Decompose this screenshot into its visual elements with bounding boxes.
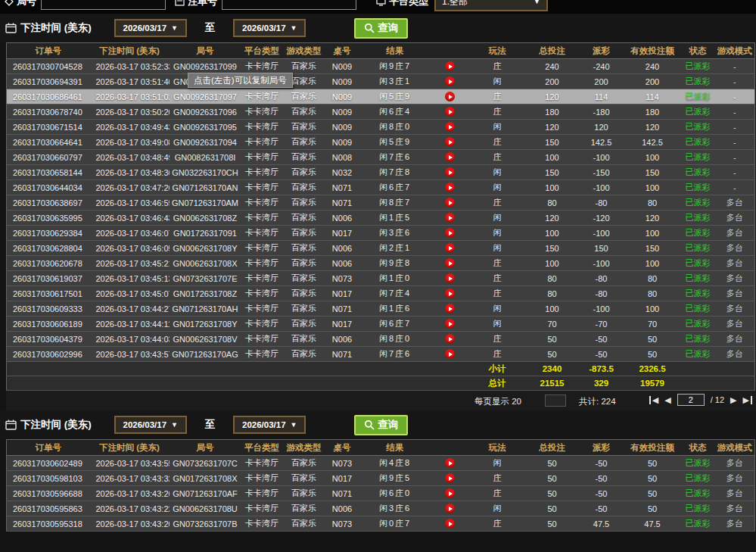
cell-table-no: N073: [325, 516, 359, 532]
date-from-select[interactable]: 2026/03/17▼: [114, 19, 187, 37]
cell-round-id[interactable]: GN0172631708Y: [170, 317, 241, 332]
cell-round-id[interactable]: GN032263170CH: [170, 165, 241, 180]
prev-page-button[interactable]: ◀: [664, 396, 670, 404]
replay-icon[interactable]: [445, 198, 455, 207]
table-row[interactable]: 2603170305981032026-03-17 03:43:32GN0172…: [7, 471, 755, 486]
replay-icon[interactable]: [445, 243, 455, 253]
table-row[interactable]: 2603170306061892026-03-17 03:44:11GN0172…: [7, 317, 755, 332]
replay-icon[interactable]: [445, 92, 455, 101]
cell-round-id[interactable]: GN0172631708X: [170, 471, 241, 486]
replay-icon[interactable]: [445, 107, 455, 117]
replay-icon[interactable]: [445, 182, 455, 192]
cell-round-id[interactable]: GN071263170AF: [170, 486, 241, 501]
table-row[interactable]: 2603170306288042026-03-17 03:46:05GN0062…: [7, 241, 755, 256]
page-number-input[interactable]: [677, 394, 705, 406]
order-filter-input[interactable]: [222, 0, 356, 10]
cell-payout: -50: [579, 471, 624, 486]
cell-round-id[interactable]: GN071263170AN: [170, 180, 241, 195]
cell-round-id[interactable]: GN01726317091: [170, 226, 241, 241]
table-row[interactable]: 2603170306646412026-03-17 03:49:08GN0092…: [7, 135, 755, 150]
platform-select[interactable]: 1.全部▼: [434, 0, 548, 11]
replay-icon[interactable]: [445, 288, 455, 298]
replay-icon[interactable]: [445, 273, 455, 283]
table-row[interactable]: 2603170305958632026-03-17 03:43:22GN0062…: [7, 501, 755, 516]
replay-icon[interactable]: [445, 473, 455, 483]
replay-icon[interactable]: [445, 258, 455, 268]
cell-round-id[interactable]: GN0062631708X: [170, 256, 241, 271]
replay-icon[interactable]: [445, 519, 455, 529]
replay-icon[interactable]: [445, 213, 455, 223]
search-icon: [364, 23, 375, 33]
cell-round-id[interactable]: GN0732631707B: [170, 516, 241, 532]
search-button[interactable]: 查询: [354, 18, 408, 39]
cell-round-id[interactable]: GN0732631707E: [170, 271, 241, 286]
replay-icon[interactable]: [445, 122, 455, 132]
table-row[interactable]: 2603170306607972026-03-17 03:48:49GN0082…: [7, 150, 755, 165]
cell-round-id[interactable]: GN0062631708Y: [170, 241, 241, 256]
table-row[interactable]: 2603170306581442026-03-17 03:48:36GN0322…: [7, 165, 755, 180]
table-row[interactable]: 2603170306206782026-03-17 03:45:21GN0062…: [7, 256, 755, 271]
replay-icon[interactable]: [445, 349, 455, 359]
date-to-select[interactable]: 2026/03/17▼: [233, 416, 306, 434]
cell-bet-time: 2026-03-17 03:45:07: [90, 286, 170, 301]
cell-round-id[interactable]: GN00926317099: [170, 59, 241, 74]
table-row[interactable]: 2603170306715142026-03-17 03:49:43GN0092…: [7, 120, 755, 135]
replay-icon[interactable]: [445, 167, 455, 177]
last-page-button[interactable]: ▶: [743, 396, 752, 404]
cell-round-id[interactable]: GN0732631707C: [170, 456, 241, 471]
cell-round-id[interactable]: GN0062631708U: [170, 501, 241, 516]
table-row[interactable]: 2603170306024892026-03-17 03:43:55GN0732…: [7, 456, 755, 471]
cell-round-id[interactable]: GN071263170AH: [170, 301, 241, 317]
replay-icon[interactable]: [445, 137, 455, 147]
cell-round-id[interactable]: GN0082631708I: [170, 150, 241, 165]
table-row[interactable]: 2603170306386972026-03-17 03:46:59GN0712…: [7, 195, 755, 211]
table-row[interactable]: 2603170306864612026-03-17 03:51:02GN0092…: [7, 89, 755, 104]
table-row[interactable]: 2603170306787402026-03-17 03:50:20GN0092…: [7, 104, 755, 120]
cell-play: 庄: [469, 486, 526, 501]
subtotal-label: 小计: [469, 362, 526, 376]
replay-icon[interactable]: [445, 61, 455, 71]
table-row[interactable]: 2603170305953182026-03-17 03:43:20GN0732…: [7, 516, 755, 532]
date-from-select[interactable]: 2026/03/17▼: [114, 416, 187, 434]
cell-round-id[interactable]: GN00926317094: [170, 135, 241, 150]
table-row[interactable]: 2603170306043792026-03-17 03:44:03GN0062…: [7, 332, 755, 347]
first-page-button[interactable]: ◀: [649, 396, 658, 404]
table-row[interactable]: 2603170306943912026-03-17 03:51:40GN0092…: [7, 74, 755, 89]
table-row[interactable]: 2603170306359952026-03-17 03:46:43GN0062…: [7, 211, 755, 226]
table-row[interactable]: 2603170306440342026-03-17 03:47:26GN0712…: [7, 180, 755, 195]
search-button[interactable]: 查询: [354, 415, 408, 435]
cell-round-id[interactable]: GN00926317096: [170, 104, 241, 120]
cell-mode: 多台: [715, 301, 755, 317]
replay-icon[interactable]: [445, 458, 455, 468]
replay-icon[interactable]: [445, 228, 455, 238]
table-row[interactable]: 2603170306175012026-03-17 03:45:07GN0172…: [7, 286, 755, 301]
cell-payout: -50: [579, 501, 624, 516]
table-row[interactable]: 2603170306093332026-03-17 03:44:27GN0712…: [7, 301, 755, 317]
table-row[interactable]: 2603170307045282026-03-17 03:52:33GN0092…: [7, 59, 755, 74]
table-row[interactable]: 2603170306293842026-03-17 03:46:07GN0172…: [7, 226, 755, 241]
replay-icon[interactable]: [445, 304, 455, 313]
cell-round-id[interactable]: GN0062631708Z: [170, 211, 241, 226]
cell-round-id[interactable]: GN00926317095: [170, 120, 241, 135]
table-row[interactable]: 2603170306029962026-03-17 03:43:57GN0712…: [7, 347, 755, 362]
cell-round-id[interactable]: GN071263170AG: [170, 347, 241, 362]
cell-round-id[interactable]: GN0172631708Z: [170, 286, 241, 301]
replay-icon[interactable]: [445, 488, 455, 498]
cell-round-id[interactable]: GN071263170AM: [170, 195, 241, 211]
round-filter-input[interactable]: [41, 0, 166, 10]
replay-icon[interactable]: [445, 504, 455, 513]
page-size-button[interactable]: [545, 395, 566, 407]
cell-game-type: 百家乐: [283, 486, 325, 501]
table-row[interactable]: 2603170306190372026-03-17 03:45:13GN0732…: [7, 271, 755, 286]
column-header-9: 总投注: [526, 440, 579, 456]
cell-play: 庄: [469, 516, 526, 532]
replay-icon[interactable]: [445, 319, 455, 329]
replay-icon[interactable]: [445, 334, 455, 344]
cell-round-id[interactable]: GN0062631708V: [170, 332, 241, 347]
replay-icon[interactable]: [445, 152, 455, 162]
cell-round-id[interactable]: GN00926317097: [170, 89, 241, 104]
table-row[interactable]: 2603170305966882026-03-17 03:43:26GN0712…: [7, 486, 755, 501]
replay-icon[interactable]: [445, 76, 455, 86]
next-page-button[interactable]: ▶: [730, 396, 736, 404]
date-to-select[interactable]: 2026/03/17▼: [233, 19, 306, 37]
